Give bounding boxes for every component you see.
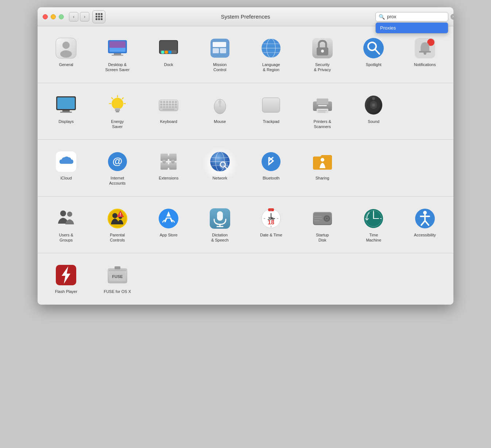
pref-fuse-osx[interactable]: FUSE FUSE for OS X [93,260,143,297]
svg-rect-5 [109,41,125,48]
pref-extensions[interactable]: Extensions [144,147,194,189]
pref-printers-scanners[interactable]: Printers &Scanners [298,90,348,132]
svg-rect-72 [318,110,327,111]
maximize-button[interactable] [59,14,64,19]
date-time-icon: JUL 18 [259,207,283,230]
autocomplete-dropdown: Proxies [375,22,448,34]
svg-rect-56 [172,104,174,105]
svg-point-91 [167,164,170,168]
forward-button[interactable]: › [80,12,89,22]
pref-dock[interactable]: Dock [144,34,194,76]
date-time-label: Date & Time [260,232,282,237]
flash-player-icon [54,263,78,287]
svg-point-79 [373,104,374,106]
pref-energy-saver[interactable]: EnergySaver [93,90,143,132]
svg-rect-46 [160,101,162,103]
svg-rect-48 [166,101,168,103]
pref-internet-accounts[interactable]: @ InternetAccounts [93,147,143,189]
internet-accounts-label: InternetAccounts [109,175,125,186]
pref-security-privacy[interactable]: Security& Privacy [298,34,348,76]
pref-mouse[interactable]: Mouse [195,90,245,132]
pref-network[interactable]: Network [195,147,245,189]
printers-scanners-icon [311,93,334,117]
autocomplete-item-proxies[interactable]: Proxies [376,23,448,33]
svg-rect-55 [169,104,171,105]
svg-point-105 [109,210,126,227]
svg-rect-62 [172,106,174,108]
svg-rect-58 [160,106,162,108]
pref-users-groups[interactable]: Users &Groups [41,204,91,246]
pref-displays[interactable]: Displays [41,90,91,132]
svg-rect-53 [163,104,165,105]
parental-controls-icon: ! [106,207,129,230]
svg-point-26 [321,50,324,53]
minimize-button[interactable] [51,14,56,19]
pref-desktop-screensaver[interactable]: Desktop &Screen Saver [93,34,143,76]
app-store-label: App Store [160,232,178,237]
pref-accessibility[interactable]: Accessibility [400,204,450,246]
svg-rect-15 [213,48,219,53]
pref-notifications[interactable]: Notifications [400,34,450,76]
pref-date-time[interactable]: JUL 18 Date & Time [246,204,296,246]
extensions-icon [157,150,180,173]
svg-rect-37 [115,108,120,109]
svg-rect-49 [169,101,171,103]
pref-dictation-speech[interactable]: Dictation& Speech [195,204,245,246]
startup-disk-label: StartupDisk [316,232,329,243]
svg-text:FUSE: FUSE [112,274,123,279]
svg-rect-54 [166,104,168,105]
pref-mission-control[interactable]: MissionControl [195,34,245,76]
keyboard-label: Keyboard [160,119,177,124]
pref-sharing[interactable]: Sharing [298,147,348,189]
traffic-lights [43,14,64,19]
svg-rect-38 [115,109,120,111]
sharing-icon [311,150,334,173]
svg-point-101 [321,158,324,162]
svg-rect-60 [166,106,168,108]
system-preferences-window: ‹ › System Preferences 🔍 × Proxies [38,7,453,305]
pref-flash-player[interactable]: Flash Player [41,260,91,297]
spotlight-icon [362,36,385,60]
pref-trackpad[interactable]: Trackpad [246,90,296,132]
mission-control-label: MissionControl [213,62,227,73]
section-personal: General Desktop &Screen Saver [38,26,453,83]
search-icon: 🔍 [379,14,385,20]
mouse-icon [208,93,232,117]
grid-view-button[interactable] [92,10,105,23]
search-input[interactable] [387,14,448,19]
pref-language-region[interactable]: Language& Region [246,34,296,76]
svg-rect-63 [175,106,177,108]
pref-icloud[interactable]: iCloud [41,147,91,189]
close-button[interactable] [43,14,48,19]
pref-spotlight[interactable]: Spotlight [349,34,399,76]
desktop-screensaver-icon [106,36,129,60]
pref-bluetooth[interactable]: Bluetooth [246,147,296,189]
pref-general[interactable]: General [41,34,91,76]
general-label: General [59,62,73,67]
pref-keyboard[interactable]: Keyboard [144,90,194,132]
svg-point-88 [167,155,170,159]
svg-point-1 [62,42,70,49]
svg-text:18: 18 [268,219,274,225]
dictation-speech-icon [208,207,232,230]
svg-text:@: @ [112,155,122,167]
energy-saver-label: EnergySaver [111,119,124,130]
pref-parental-controls[interactable]: ! ParentalControls [93,204,143,246]
language-region-icon [259,36,283,60]
pref-app-store[interactable]: App Store [144,204,194,246]
pref-time-machine[interactable]: TimeMachine [349,204,399,246]
dock-icon [157,36,180,60]
security-privacy-icon [311,36,334,60]
back-button[interactable]: ‹ [69,12,78,22]
section-other: Flash Player [38,253,453,304]
section-internet-wireless: iCloud @ InternetAccounts [38,140,453,197]
pref-startup-disk[interactable]: StartupDisk [298,204,348,246]
pref-sound[interactable]: Sound [349,90,399,132]
spotlight-label: Spotlight [366,62,382,67]
fuse-osx-icon: FUSE [106,263,129,287]
svg-rect-70 [317,99,328,104]
section-system: Users &Groups ! [38,197,453,254]
bluetooth-icon [259,150,283,173]
search-clear-button[interactable]: × [451,14,453,20]
svg-rect-50 [172,101,174,103]
